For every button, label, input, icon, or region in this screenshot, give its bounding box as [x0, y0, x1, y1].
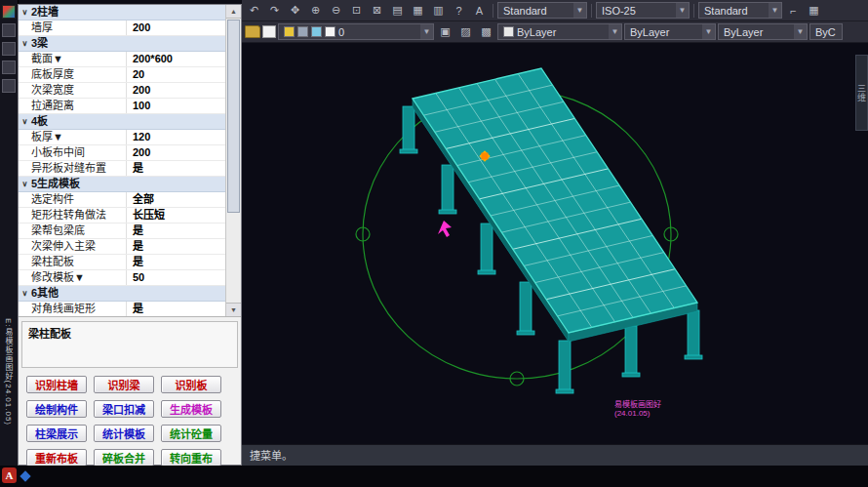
new-file-icon[interactable] — [2, 23, 16, 37]
tool-button[interactable]: 识别梁 — [94, 376, 154, 393]
table-style-select[interactable]: Standard ▼ — [698, 2, 782, 19]
tool-button[interactable]: 柱梁展示 — [26, 425, 87, 442]
redo-icon[interactable]: ↷ — [265, 2, 284, 19]
property-row[interactable]: 修改模板▼50 — [19, 270, 225, 286]
property-row[interactable]: 选定构件全部 — [19, 192, 225, 208]
zoom-in-icon[interactable]: ⊕ — [306, 2, 325, 19]
property-row[interactable]: 梁帮包梁底是 — [19, 223, 225, 239]
property-value[interactable]: 全部 — [126, 192, 225, 207]
property-value[interactable]: 是 — [126, 255, 225, 269]
command-line[interactable]: 捷菜单。 — [242, 444, 868, 466]
palette-scrollbar[interactable]: ▲ ▼ — [225, 5, 241, 316]
property-row[interactable]: 墙厚200 — [19, 20, 225, 36]
pan-icon[interactable]: ✥ — [286, 2, 304, 19]
property-value[interactable]: 200 — [126, 20, 225, 35]
tool-button[interactable]: 梁口扣减 — [94, 400, 154, 418]
zoom-extents-icon[interactable]: ⊠ — [368, 2, 386, 19]
layer-properties-icon[interactable]: ▤ — [388, 2, 407, 19]
category-row[interactable]: ∨5生成模板 — [19, 177, 225, 192]
linetype-value: ByLayer — [630, 26, 669, 38]
open-file-icon[interactable] — [2, 42, 16, 56]
color-select[interactable]: ByLayer ▼ — [497, 23, 622, 40]
linetype-select[interactable]: ByLayer ▼ — [624, 23, 716, 40]
property-value[interactable]: 是 — [126, 223, 225, 238]
tool-button[interactable]: 重新布板 — [26, 449, 87, 467]
app-logo-icon[interactable] — [2, 5, 16, 19]
status-grid-icon[interactable] — [20, 470, 30, 481]
property-value[interactable]: 20 — [126, 67, 225, 82]
block-swatch-icon[interactable] — [262, 25, 276, 38]
text-style-select[interactable]: Standard ▼ — [497, 2, 587, 19]
color-value: ByLayer — [517, 26, 556, 38]
toolbar2-icons: ▣▨▩ — [436, 23, 495, 40]
tool-button[interactable]: 识别柱墙 — [26, 376, 87, 393]
property-value[interactable]: 200 — [126, 83, 225, 98]
lineweight-select[interactable]: ByLayer ▼ — [718, 23, 808, 40]
text-style-icon[interactable]: A — [470, 2, 489, 19]
property-value[interactable]: 200*600 — [126, 52, 225, 66]
table-style-icon[interactable]: ▦ — [805, 2, 823, 19]
property-value[interactable]: 长压短 — [126, 208, 225, 223]
dim-style-select[interactable]: ISO-25 ▼ — [596, 2, 690, 19]
property-value[interactable]: 100 — [126, 99, 225, 113]
folder-icon[interactable] — [245, 25, 260, 38]
layer-freeze-icon[interactable]: ▨ — [456, 23, 475, 40]
tool-button[interactable]: 绘制构件 — [26, 400, 87, 418]
property-row[interactable]: 对角线画矩形是 — [19, 302, 225, 317]
category-row[interactable]: ∨2柱墙 — [19, 5, 225, 20]
tool-button[interactable]: 统计砼量 — [161, 425, 221, 442]
toolbar-row-1: ↶↷✥⊕⊖⊡⊠▤▦▥?A Standard ▼ ISO-25 ▼ Standar… — [242, 0, 868, 21]
category-row[interactable]: ∨4板 — [19, 114, 225, 130]
chevron-down-icon: ▼ — [573, 3, 586, 18]
scrollbar-thumb[interactable] — [227, 20, 240, 213]
property-row[interactable]: 截面▼200*600 — [19, 52, 225, 67]
property-value[interactable]: 是 — [126, 161, 225, 176]
dim-style-icon[interactable]: ⌐ — [784, 2, 803, 19]
plot-style-select-partial[interactable]: ByC — [809, 23, 843, 40]
property-row[interactable]: 板厚▼120 — [19, 130, 225, 145]
property-row[interactable]: 梁柱配板是 — [19, 255, 225, 270]
brush-tool-icon[interactable] — [2, 79, 16, 93]
viewport-side-tab[interactable]: 三维 — [855, 55, 868, 131]
undo-icon[interactable]: ↶ — [245, 2, 263, 19]
acad-logo-icon[interactable]: A — [2, 467, 17, 483]
category-row[interactable]: ∨3梁 — [19, 36, 225, 52]
chevron-down-icon: ▼ — [676, 3, 689, 18]
property-row[interactable]: 拉通距离100 — [19, 99, 225, 114]
property-row[interactable]: 次梁伸入主梁是 — [19, 239, 225, 255]
tool-button[interactable]: 生成模板 — [161, 400, 221, 418]
model-canvas — [242, 43, 868, 444]
tool-button[interactable]: 识别板 — [161, 376, 221, 393]
layer-lock-icon[interactable]: ▩ — [477, 23, 495, 40]
layer-select[interactable]: 0 ▼ — [278, 23, 434, 40]
chevron-down-icon: ∨ — [19, 177, 31, 191]
palette-tool-icon[interactable] — [2, 61, 16, 74]
property-row[interactable]: 矩形柱转角做法长压短 — [19, 208, 225, 223]
property-row[interactable]: 异形板对缝布置是 — [19, 161, 225, 177]
property-value[interactable]: 120 — [126, 130, 225, 144]
scroll-up-icon[interactable]: ▲ — [226, 5, 241, 19]
layer-walk-icon[interactable]: ▥ — [429, 2, 448, 19]
tool-button[interactable]: 转向重布 — [161, 449, 221, 467]
property-name: 异形板对缝布置 — [19, 161, 126, 176]
plugin-button-grid: 识别柱墙识别梁识别板绘制构件梁口扣减生成模板柱梁展示统计模板统计砼量重新布板碎板… — [19, 376, 241, 467]
zoom-window-icon[interactable]: ⊡ — [347, 2, 366, 19]
tool-button[interactable]: 碎板合并 — [94, 449, 154, 467]
scroll-down-icon[interactable]: ▼ — [226, 303, 241, 316]
property-row[interactable]: 次梁宽度200 — [19, 83, 225, 99]
tool-button[interactable]: 统计模板 — [94, 425, 154, 442]
property-row[interactable]: 底板厚度20 — [19, 67, 225, 83]
zoom-out-icon[interactable]: ⊖ — [327, 2, 345, 19]
property-value[interactable]: 是 — [126, 239, 225, 254]
property-value[interactable]: 200 — [126, 145, 225, 160]
model-viewport[interactable]: 三维 易模板画图好 (24.01.05) — [242, 43, 868, 444]
help-icon[interactable]: ? — [450, 2, 468, 19]
property-row[interactable]: 小板布中间200 — [19, 145, 225, 161]
layer-states-icon[interactable]: ▦ — [409, 2, 427, 19]
layer-isolate-icon[interactable]: ▣ — [436, 23, 454, 40]
property-value[interactable]: 50 — [126, 270, 225, 285]
category-row[interactable]: ∨6其他 — [19, 286, 225, 302]
property-value[interactable]: 是 — [126, 302, 225, 316]
layer-value: 0 — [338, 26, 344, 38]
chevron-down-icon: ∨ — [19, 114, 31, 129]
